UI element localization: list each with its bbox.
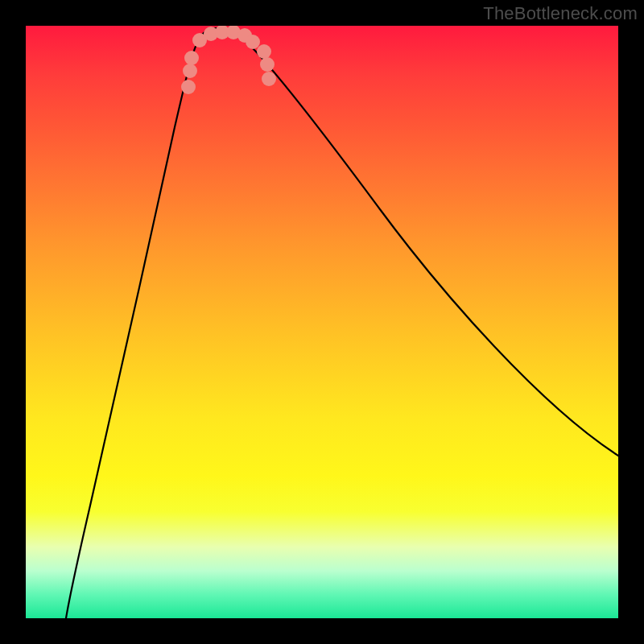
bottleneck-curve [66, 28, 618, 618]
svg-point-1 [183, 64, 197, 78]
chart-frame: TheBottleneck.com [0, 0, 644, 644]
plot-area [26, 26, 618, 618]
svg-point-10 [260, 57, 275, 72]
watermark-text: TheBottleneck.com [483, 3, 638, 24]
plot-svg [26, 26, 618, 618]
svg-point-2 [184, 51, 199, 65]
svg-point-9 [257, 44, 271, 59]
marker-cluster [181, 26, 276, 94]
svg-point-11 [262, 72, 276, 86]
svg-point-8 [246, 35, 260, 49]
svg-point-0 [181, 80, 196, 94]
